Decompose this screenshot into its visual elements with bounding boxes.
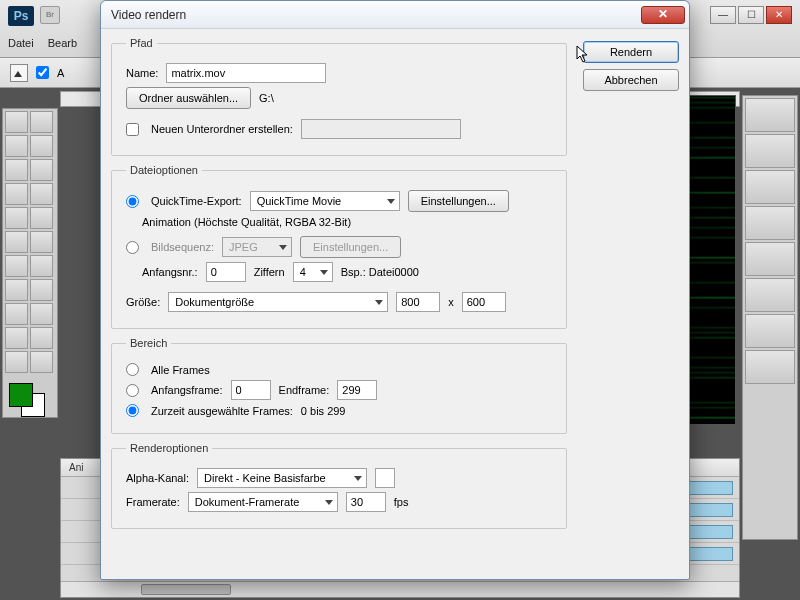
new-subfolder-checkbox[interactable]	[126, 123, 139, 136]
pen-tool-icon[interactable]	[5, 279, 28, 301]
lasso-tool-icon[interactable]	[5, 135, 28, 157]
color-swatches[interactable]	[5, 379, 55, 415]
startnr-input[interactable]	[206, 262, 246, 282]
eyedropper-tool-icon[interactable]	[30, 159, 53, 181]
panel-tab-1[interactable]	[745, 98, 795, 132]
heal-tool-icon[interactable]	[5, 183, 28, 205]
type-tool-icon[interactable]	[30, 279, 53, 301]
quicktime-settings-button[interactable]: Einstellungen...	[408, 190, 509, 212]
renderoptions-group: Renderoptionen Alpha-Kanal: Direkt - Kei…	[111, 442, 567, 529]
foreground-color-swatch[interactable]	[9, 383, 33, 407]
app-logo: Ps	[8, 6, 34, 26]
fps-mode-select[interactable]: Dokument-Framerate	[188, 492, 338, 512]
zoom-tool-icon[interactable]	[5, 351, 28, 373]
dialog-titlebar[interactable]: Video rendern ✕	[101, 1, 689, 29]
panel-tab-5[interactable]	[745, 242, 795, 276]
name-input[interactable]	[166, 63, 326, 83]
range-group: Bereich Alle Frames Anfangsframe: Endfra…	[111, 337, 567, 434]
gradient-tool-icon[interactable]	[30, 231, 53, 253]
wand-tool-icon[interactable]	[30, 135, 53, 157]
quicktime-radio[interactable]	[126, 195, 139, 208]
alpha-label: Alpha-Kanal:	[126, 472, 189, 484]
auto-select-label: A	[57, 67, 64, 79]
bridge-icon: Br	[40, 6, 60, 24]
endframe-label: Endframe:	[279, 384, 330, 396]
blur-tool-icon[interactable]	[5, 255, 28, 277]
fileoptions-legend: Dateioptionen	[126, 164, 202, 176]
startnr-label: Anfangsnr.:	[142, 266, 198, 278]
minimize-button[interactable]: —	[710, 6, 736, 24]
sequence-label: Bildsequenz:	[151, 241, 214, 253]
auto-select-checkbox[interactable]	[36, 66, 49, 79]
marquee-tool-icon[interactable]	[30, 111, 53, 133]
quicktime-format-select[interactable]: QuickTime Movie	[250, 191, 400, 211]
startframe-input[interactable]	[231, 380, 271, 400]
new-subfolder-label: Neuen Unterordner erstellen:	[151, 123, 293, 135]
name-label: Name:	[126, 67, 158, 79]
brush-tool-icon[interactable]	[30, 183, 53, 205]
selected-frames-label: Zurzeit ausgewählte Frames:	[151, 405, 293, 417]
subfolder-input	[301, 119, 461, 139]
render-button[interactable]: Rendern	[583, 41, 679, 63]
size-select[interactable]: Dokumentgröße	[168, 292, 388, 312]
size-label: Größe:	[126, 296, 160, 308]
quicktime-label: QuickTime-Export:	[151, 195, 242, 207]
path-legend: Pfad	[126, 37, 157, 49]
sequence-settings-button: Einstellungen...	[300, 236, 401, 258]
menu-edit[interactable]: Bearb	[48, 37, 77, 49]
fps-label: Framerate:	[126, 496, 180, 508]
selected-frames-radio[interactable]	[126, 404, 139, 417]
shape-tool-icon[interactable]	[30, 303, 53, 325]
dialog-close-button[interactable]: ✕	[641, 6, 685, 24]
extra-tool-icon[interactable]	[30, 351, 53, 373]
hand-tool-icon[interactable]	[30, 327, 53, 349]
selected-frames-value: 0 bis 299	[301, 405, 346, 417]
panel-tab-7[interactable]	[745, 314, 795, 348]
panel-tab-3[interactable]	[745, 170, 795, 204]
render-video-dialog: Video rendern ✕ Pfad Name: Ordner auswäh…	[100, 0, 690, 580]
filename-example: Bsp.: Datei0000	[341, 266, 419, 278]
menu-bar[interactable]: Datei Bearb	[8, 37, 77, 49]
app-close-button[interactable]: ✕	[766, 6, 792, 24]
renderoptions-legend: Renderoptionen	[126, 442, 212, 454]
panel-tab-8[interactable]	[745, 350, 795, 384]
move-tool-icon[interactable]	[5, 111, 28, 133]
size-x: x	[448, 296, 454, 308]
fileoptions-group: Dateioptionen QuickTime-Export: QuickTim…	[111, 164, 567, 329]
scrollbar-thumb[interactable]	[141, 584, 231, 595]
quicktime-info: Animation (Höchste Qualität, RGBA 32-Bit…	[142, 216, 351, 228]
cancel-button[interactable]: Abbrechen	[583, 69, 679, 91]
path-tool-icon[interactable]	[5, 303, 28, 325]
startframe-label: Anfangsframe:	[151, 384, 223, 396]
panel-tab-4[interactable]	[745, 206, 795, 240]
digits-select[interactable]: 4	[293, 262, 333, 282]
height-input[interactable]	[462, 292, 506, 312]
sequence-radio[interactable]	[126, 241, 139, 254]
startframe-radio[interactable]	[126, 384, 139, 397]
panel-tab-2[interactable]	[745, 134, 795, 168]
path-group: Pfad Name: Ordner auswählen... G:\ Neuen…	[111, 37, 567, 156]
alpha-select[interactable]: Direkt - Keine Basisfarbe	[197, 468, 367, 488]
maximize-button[interactable]: ☐	[738, 6, 764, 24]
alpha-color-swatch[interactable]	[375, 468, 395, 488]
all-frames-radio[interactable]	[126, 363, 139, 376]
right-panels	[742, 95, 798, 540]
crop-tool-icon[interactable]	[5, 159, 28, 181]
history-brush-icon[interactable]	[30, 207, 53, 229]
width-input[interactable]	[396, 292, 440, 312]
menu-file[interactable]: Datei	[8, 37, 34, 49]
endframe-input[interactable]	[337, 380, 377, 400]
all-frames-label: Alle Frames	[151, 364, 210, 376]
fps-input[interactable]	[346, 492, 386, 512]
panel-tab-6[interactable]	[745, 278, 795, 312]
timeline-scrollbar[interactable]	[61, 581, 739, 597]
toolbox	[2, 108, 58, 418]
move-tool-icon[interactable]	[10, 64, 28, 82]
eraser-tool-icon[interactable]	[5, 231, 28, 253]
stamp-tool-icon[interactable]	[5, 207, 28, 229]
window-buttons: — ☐ ✕	[710, 6, 792, 24]
dodge-tool-icon[interactable]	[30, 255, 53, 277]
dialog-title: Video rendern	[111, 8, 641, 22]
3d-tool-icon[interactable]	[5, 327, 28, 349]
choose-folder-button[interactable]: Ordner auswählen...	[126, 87, 251, 109]
